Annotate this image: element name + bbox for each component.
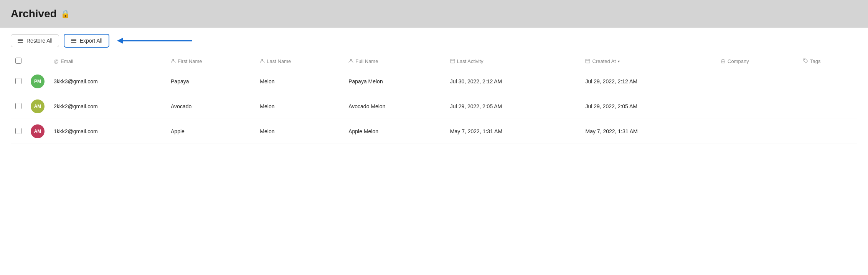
header-checkbox-col[interactable] [11, 54, 26, 69]
firstname-header-icon [171, 58, 176, 65]
createdat-sort-icon: ▾ [618, 59, 620, 63]
table-container: @ Email First Name [0, 54, 868, 144]
row-lastactivity-cell: May 7, 2022, 1:31 AM [446, 119, 581, 144]
row-createdat-cell: May 7, 2022, 1:31 AM [581, 119, 716, 144]
row-fullname-cell: Apple Melon [344, 119, 446, 144]
lock-icon: 🔒 [61, 9, 70, 18]
row-lastactivity-cell: Jul 30, 2022, 2:12 AM [446, 69, 581, 94]
row-company-cell [716, 69, 799, 94]
header-lastactivity-col[interactable]: Last Activity [446, 54, 581, 69]
table-row: AM 1kkk2@gmail.com Apple Melon Apple Mel… [11, 119, 857, 144]
row-fullname-cell: Papaya Melon [344, 69, 446, 94]
createdat-header-icon [585, 58, 590, 65]
fullname-header-label: Full Name [355, 58, 378, 64]
email-header-icon: @ [54, 58, 59, 64]
svg-rect-0 [18, 39, 23, 40]
page-header: Archived 🔒 [0, 0, 868, 28]
restore-all-button[interactable]: Restore All [11, 34, 59, 47]
row-lastname-cell: Melon [255, 69, 344, 94]
row-avatar-cell: AM [26, 119, 49, 144]
export-all-button[interactable]: Export All [64, 34, 109, 48]
svg-rect-1 [18, 40, 23, 41]
archived-table: @ Email First Name [11, 54, 857, 144]
row-tags-cell [799, 119, 857, 144]
table-row: PM 3kkk3@gmail.com Papaya Melon Papaya M… [11, 69, 857, 94]
restore-icon [17, 38, 23, 44]
lastactivity-header-icon [450, 58, 455, 65]
row-company-cell [716, 119, 799, 144]
row-checkbox-2[interactable] [15, 128, 21, 134]
row-lastname-cell: Melon [255, 94, 344, 119]
header-email-col[interactable]: @ Email [49, 54, 166, 69]
row-checkbox-cell[interactable] [11, 119, 26, 144]
row-checkbox-cell[interactable] [11, 94, 26, 119]
row-fullname-cell: Avocado Melon [344, 94, 446, 119]
svg-rect-4 [71, 40, 76, 41]
company-header-icon [721, 58, 726, 65]
header-company-col[interactable]: Company [716, 54, 799, 69]
lastactivity-header-label: Last Activity [457, 58, 484, 64]
svg-rect-15 [586, 59, 590, 63]
svg-point-9 [261, 59, 263, 61]
arrow-annotation [117, 34, 194, 48]
row-email-cell: 1kkk2@gmail.com [49, 119, 166, 144]
tags-header-label: Tags [810, 58, 820, 64]
header-createdat-col[interactable]: Created At ▾ [581, 54, 716, 69]
svg-rect-5 [71, 42, 76, 43]
restore-all-label: Restore All [26, 38, 53, 44]
lastname-header-icon [260, 58, 265, 65]
svg-point-8 [172, 59, 174, 61]
row-checkbox-1[interactable] [15, 103, 21, 109]
row-avatar-cell: PM [26, 69, 49, 94]
row-checkbox-cell[interactable] [11, 69, 26, 94]
row-firstname-cell: Papaya [166, 69, 255, 94]
svg-point-10 [350, 59, 352, 61]
firstname-header-label: First Name [178, 58, 202, 64]
company-header-label: Company [728, 58, 749, 64]
row-createdat-cell: Jul 29, 2022, 2:12 AM [581, 69, 716, 94]
email-header-label: Email [61, 58, 73, 64]
header-lastname-col[interactable]: Last Name [255, 54, 344, 69]
select-all-checkbox[interactable] [15, 58, 21, 64]
avatar: PM [31, 75, 45, 88]
table-row: AM 2kkk2@gmail.com Avocado Melon Avocado… [11, 94, 857, 119]
header-firstname-col[interactable]: First Name [166, 54, 255, 69]
table-header-row: @ Email First Name [11, 54, 857, 69]
row-firstname-cell: Apple [166, 119, 255, 144]
svg-rect-11 [451, 59, 455, 63]
row-checkbox-0[interactable] [15, 78, 21, 84]
row-lastactivity-cell: Jul 29, 2022, 2:05 AM [446, 94, 581, 119]
row-createdat-cell: Jul 29, 2022, 2:05 AM [581, 94, 716, 119]
row-avatar-cell: AM [26, 94, 49, 119]
page-title: Archived [11, 8, 57, 20]
avatar: AM [31, 99, 45, 113]
export-icon [71, 38, 77, 44]
svg-rect-2 [18, 42, 23, 43]
header-tags-col[interactable]: Tags [799, 54, 857, 69]
export-all-label: Export All [80, 38, 102, 44]
row-tags-cell [799, 69, 857, 94]
avatar: AM [31, 124, 45, 138]
toolbar: Restore All Export All [0, 28, 868, 54]
row-email-cell: 3kkk3@gmail.com [49, 69, 166, 94]
row-lastname-cell: Melon [255, 119, 344, 144]
svg-point-21 [804, 59, 805, 60]
createdat-header-label: Created At [592, 58, 616, 64]
row-company-cell [716, 94, 799, 119]
row-email-cell: 2kkk2@gmail.com [49, 94, 166, 119]
lastname-header-label: Last Name [267, 58, 291, 64]
header-avatar-col [26, 54, 49, 69]
header-fullname-col[interactable]: Full Name [344, 54, 446, 69]
tags-header-icon [803, 58, 808, 65]
row-firstname-cell: Avocado [166, 94, 255, 119]
svg-rect-3 [71, 39, 76, 40]
svg-marker-7 [117, 38, 123, 44]
row-tags-cell [799, 94, 857, 119]
fullname-header-icon [348, 58, 353, 65]
